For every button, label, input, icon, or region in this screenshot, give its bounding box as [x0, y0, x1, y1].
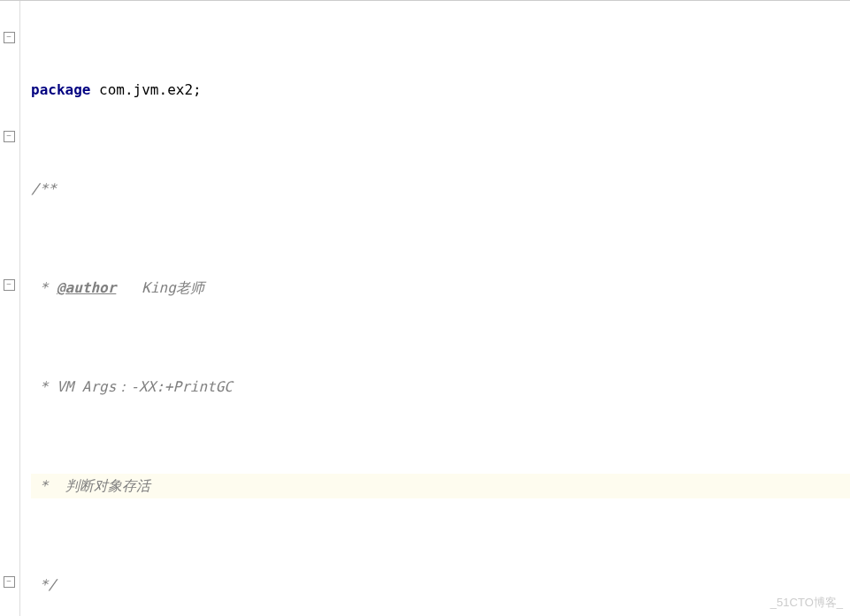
text: com.jvm.ex2;	[90, 78, 201, 103]
code-line: * VM Args：-XX:+PrintGC	[31, 375, 850, 399]
comment: */	[31, 573, 57, 597]
code-line: /**	[31, 177, 850, 202]
code-line-highlighted: * 判断对象存活	[31, 474, 850, 498]
code-line: * @author King老师	[31, 276, 850, 300]
code-line: */	[31, 573, 850, 597]
code-area[interactable]: package com.jvm.ex2; /** * @author King老…	[20, 1, 850, 616]
fold-toggle-comment[interactable]: −	[3, 31, 15, 43]
javadoc-tag: @author	[57, 276, 116, 300]
comment: /**	[31, 177, 57, 202]
comment: *	[31, 276, 57, 300]
fold-end-comment[interactable]: −	[3, 130, 15, 142]
fold-end-class[interactable]: −	[3, 575, 15, 588]
watermark: _51CTO博客_	[770, 595, 843, 611]
gutter: − − − −	[0, 1, 20, 616]
comment: King老师	[116, 276, 203, 300]
editor-root: − − − − package com.jvm.ex2; /** * @auth…	[0, 0, 850, 616]
fold-toggle-method[interactable]: −	[3, 278, 15, 291]
comment: * 判断对象存活	[31, 474, 150, 498]
keyword: package	[31, 78, 90, 103]
code-line: package com.jvm.ex2;	[31, 78, 850, 103]
comment: * VM Args：-XX:+PrintGC	[31, 375, 233, 399]
